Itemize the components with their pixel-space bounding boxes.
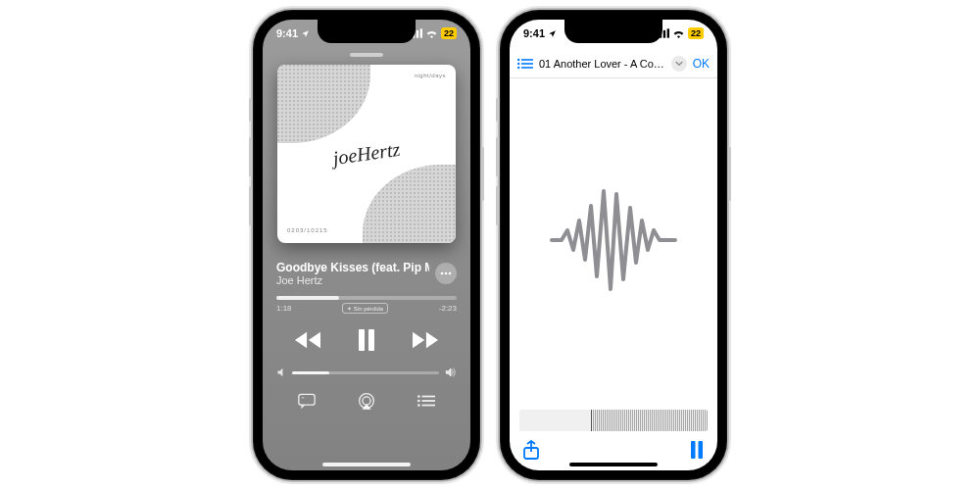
svg-rect-13	[422, 396, 436, 398]
svg-rect-7	[359, 329, 365, 351]
volume-high-icon	[445, 367, 457, 378]
svg-rect-25	[521, 67, 533, 69]
time-remaining: -2:23	[439, 304, 457, 313]
phone-side-button	[728, 147, 731, 201]
svg-point-6	[449, 272, 452, 275]
track-title: Goodbye Kisses (feat. Pip Millett	[276, 261, 429, 274]
svg-rect-21	[663, 30, 665, 38]
phone-frame-left: 9:41 22 night/days joeHe	[253, 10, 480, 480]
svg-point-16	[417, 395, 420, 398]
svg-point-18	[417, 404, 420, 407]
svg-point-27	[517, 62, 519, 64]
track-artist: Joe Hertz	[276, 274, 429, 286]
svg-rect-2	[416, 30, 418, 38]
home-indicator[interactable]	[569, 463, 658, 466]
queue-button[interactable]	[416, 390, 437, 412]
phone-notch	[564, 20, 662, 43]
wifi-icon	[672, 28, 685, 38]
svg-point-28	[517, 66, 519, 68]
svg-rect-30	[691, 441, 696, 459]
more-button[interactable]	[435, 263, 457, 284]
album-bottom-text: 0203/10215	[287, 227, 328, 233]
airplay-button[interactable]	[356, 390, 377, 412]
music-player-screen: 9:41 22 night/days joeHe	[263, 20, 470, 470]
svg-text:": "	[302, 396, 305, 403]
location-icon	[301, 29, 310, 38]
phone-side-button	[496, 98, 499, 122]
next-button[interactable]	[411, 325, 440, 355]
status-time: 9:41	[523, 27, 545, 39]
phone-frame-right: 9:41 22 01 Another Lover - A Colors S...	[500, 10, 727, 480]
svg-rect-8	[368, 329, 374, 351]
sheet-grabber[interactable]	[350, 53, 383, 57]
svg-point-26	[517, 58, 519, 60]
ok-button[interactable]: OK	[693, 57, 710, 71]
svg-point-5	[445, 272, 448, 275]
svg-rect-9	[298, 394, 314, 405]
battery-badge: 22	[688, 27, 704, 39]
list-icon[interactable]	[517, 58, 533, 70]
svg-rect-24	[521, 63, 533, 65]
svg-point-17	[417, 400, 420, 403]
scrubber[interactable]	[519, 410, 708, 431]
album-art[interactable]: night/days joeHertz 0203/10215	[277, 65, 456, 243]
file-title: 01 Another Lover - A Colors S...	[539, 58, 665, 70]
battery-badge: 22	[441, 27, 457, 39]
phone-side-button	[249, 186, 252, 225]
location-icon	[548, 29, 557, 38]
lyrics-button[interactable]: "	[296, 390, 318, 412]
svg-rect-14	[422, 400, 436, 402]
svg-rect-23	[521, 59, 533, 61]
volume-slider[interactable]	[276, 367, 457, 378]
svg-point-4	[441, 272, 444, 275]
phone-side-button	[496, 137, 499, 176]
pause-button[interactable]	[690, 441, 704, 459]
album-top-text: night/days	[415, 73, 446, 78]
waveform-area	[510, 78, 717, 402]
file-header: 01 Another Lover - A Colors S... OK	[510, 49, 717, 78]
volume-low-icon	[276, 368, 286, 377]
status-time: 9:41	[276, 27, 298, 39]
waveform-icon	[550, 186, 677, 294]
phone-side-button	[496, 186, 499, 225]
home-indicator[interactable]	[322, 463, 411, 466]
chevron-down-icon[interactable]	[671, 56, 687, 72]
time-slider[interactable]: 1:18 ✦ Sin pérdida -2:23	[276, 296, 457, 314]
lossless-badge: ✦ Sin pérdida	[342, 303, 388, 314]
phone-side-button	[481, 147, 484, 201]
phone-side-button	[249, 98, 252, 122]
audio-preview-screen: 9:41 22 01 Another Lover - A Colors S...	[510, 20, 717, 470]
previous-button[interactable]	[293, 325, 322, 355]
share-button[interactable]	[523, 440, 539, 460]
svg-point-12	[363, 397, 370, 405]
pause-button[interactable]	[352, 325, 381, 355]
svg-rect-3	[420, 28, 422, 37]
time-elapsed: 1:18	[276, 304, 292, 313]
svg-rect-22	[667, 28, 669, 37]
wifi-icon	[425, 28, 438, 38]
phone-notch	[318, 20, 416, 43]
album-signature: joeHertz	[331, 138, 401, 170]
phone-side-button	[249, 137, 252, 176]
svg-rect-31	[699, 441, 704, 459]
svg-rect-15	[422, 405, 436, 407]
track-info: Goodbye Kisses (feat. Pip Millett Joe He…	[276, 261, 429, 286]
